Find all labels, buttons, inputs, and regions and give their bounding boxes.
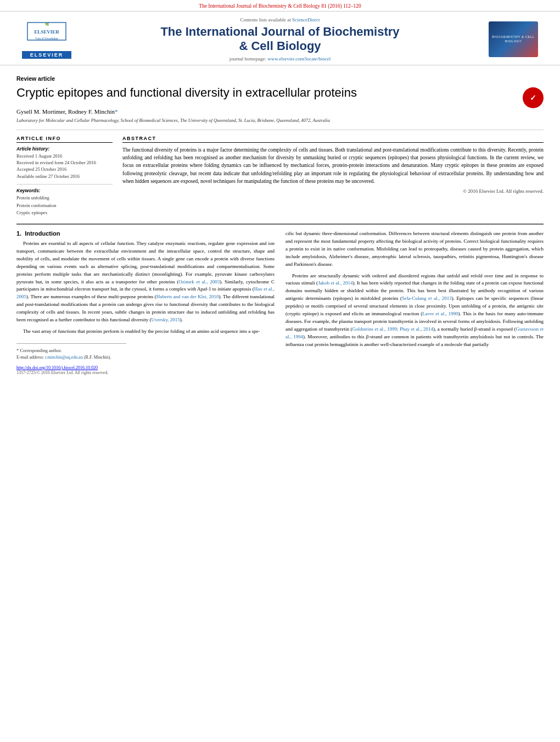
svg-text:Tree of Knowledge: Tree of Knowledge [35,37,58,40]
homepage-link[interactable]: www.elsevier.com/locate/biocel [267,56,331,62]
email-note: E-mail address: r.minchin@uq.edu.au (R.F… [16,354,126,361]
article-info-col: ARTICLE INFO Article history: Received 1… [16,136,113,217]
intro-para-2: The vast array of functions that protein… [16,328,275,336]
journal-title-block: Contents lists available at ScienceDirec… [77,17,483,62]
article-info-heading: ARTICLE INFO [16,136,113,143]
intro-para-3: cific but dynamic three-dimensional conf… [285,230,544,269]
info-divider [16,184,113,185]
footnote-section: * Corresponding author. E-mail address: … [16,343,126,361]
authors-line: Gysell M. Mortimer, Rodney F. Minchin* [16,108,544,115]
crossmark-area: ✓ [523,85,544,108]
history-label: Article history: [16,146,113,152]
doi-url[interactable]: http://dx.doi.org/10.1016/j.biocel.2016.… [16,365,98,370]
doi-link: http://dx.doi.org/10.1016/j.biocel.2016.… [16,365,275,370]
ref-jakob[interactable]: Jakob et al., 2014 [318,280,352,286]
intro-para-4: Proteins are structurally dynamic with o… [285,272,544,349]
crossmark-icon: ✓ [523,87,544,108]
body-col-left: 1. Introduction Proteins are essential t… [16,230,275,375]
copyright-line: © 2016 Elsevier Ltd. All rights reserved… [122,188,544,194]
contents-availability: Contents lists available at ScienceDirec… [77,17,483,23]
journal-citation-bar: The International Journal of Biochemistr… [0,0,560,11]
article-title: Cryptic epitopes and functional diversit… [16,85,357,101]
ref-huberts[interactable]: Huberts and van der Klei, 2010 [156,294,219,299]
email-link[interactable]: r.minchin@uq.edu.au [45,355,83,360]
received-date: Received 1 August 2016 [16,153,113,159]
keywords-list: Protein unfolding Protein conformation C… [16,194,113,217]
ref-uversky[interactable]: Uversky, 2015 [151,317,180,322]
ref-sela[interactable]: Sela-Culang et al., 2013 [402,295,452,301]
ref-goldsteins[interactable]: Goldsteins et al., 1999; Phay et al., 20… [352,326,434,332]
elsevier-text: ELSEVIER [22,51,71,59]
ref-laver[interactable]: Laver et al., 1990 [422,311,458,316]
info-abstract-section: ARTICLE INFO Article history: Received 1… [16,136,544,217]
intro-para-1: Proteins are essential to all aspects of… [16,240,275,324]
body-two-col: 1. Introduction Proteins are essential t… [16,230,544,375]
article-type-label: Review article [16,75,544,82]
body-section: 1. Introduction Proteins are essential t… [16,224,544,375]
accepted-date: Accepted 25 October 2016 [16,166,113,172]
abstract-heading: ABSTRACT [122,136,544,143]
abstract-text: The functional diversity of proteins is … [122,146,544,185]
received-revised-date: Received in revised form 24 October 2016 [16,159,113,166]
journal-title: The International Journal of Biochemistr… [77,25,483,54]
sciencedirect-link[interactable]: ScienceDirect [292,17,320,23]
keyword-1: Protein unfolding [16,194,113,202]
available-date: Available online 27 October 2016 [16,173,113,180]
keyword-2: Protein conformation [16,202,113,210]
doi-section: http://dx.doi.org/10.1016/j.biocel.2016.… [16,365,275,375]
body-col-right: cific but dynamic three-dimensional conf… [285,230,544,375]
main-content: Review article Cryptic epitopes and func… [0,65,560,375]
elsevier-logo-icon: 🌿 ELSEVIER Tree of Knowledge [22,20,71,50]
intro-title: 1. Introduction [16,230,275,237]
elsevier-logo-area: 🌿 ELSEVIER Tree of Knowledge ELSEVIER [16,20,77,59]
affiliation-text: Laboratory for Molecular and Cellular Ph… [16,118,544,123]
ref-ozimek[interactable]: Ozimek et al., 2003 [178,279,220,284]
citation-text: The International Journal of Biochemistr… [199,3,361,9]
article-title-row: Cryptic epitopes and functional diversit… [16,85,544,108]
journal-header: 🌿 ELSEVIER Tree of Knowledge ELSEVIER Co… [0,11,560,65]
journal-homepage: journal homepage: www.elsevier.com/locat… [77,56,483,62]
svg-text:ELSEVIER: ELSEVIER [34,29,59,35]
header-divider [16,130,544,130]
abstract-col: ABSTRACT The functional diversity of pro… [122,136,544,217]
keyword-3: Cryptic epitopes [16,209,113,217]
ref-hao[interactable]: Hao et al., 2005 [16,286,275,299]
corresponding-author-marker[interactable]: * [115,108,118,115]
corresponding-note: * Corresponding author. [16,347,126,354]
keywords-label: Keywords: [16,188,113,193]
journal-logo-area: biochemistry & cell biology [483,21,544,57]
journal-logo-image: biochemistry & cell biology [489,21,538,57]
rights-text: 1357-2725/© 2016 Elsevier Ltd. All right… [16,370,275,375]
